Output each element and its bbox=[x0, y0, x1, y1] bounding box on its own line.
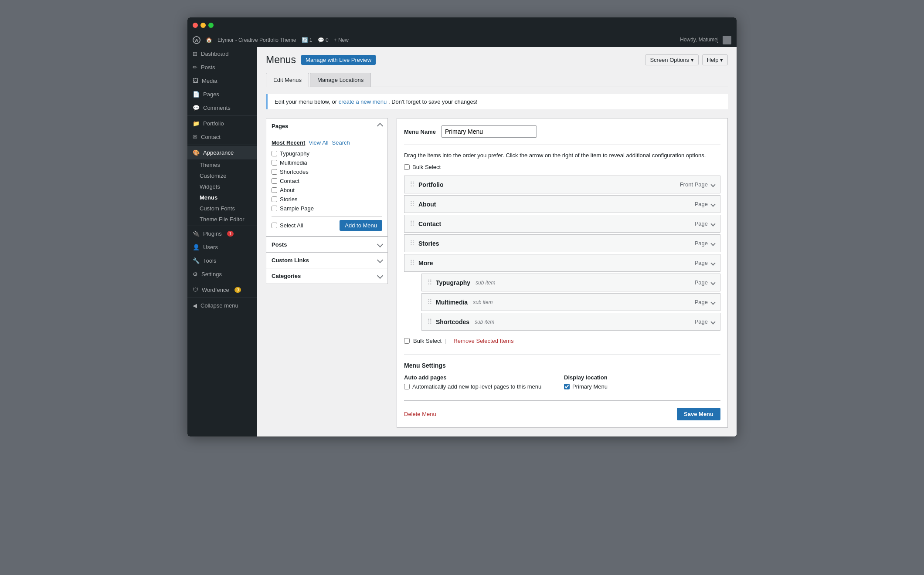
two-col-layout: Pages Most Recent View All Search bbox=[266, 118, 728, 428]
page-label-about: About bbox=[280, 187, 295, 193]
page-item-about[interactable]: About bbox=[272, 187, 382, 193]
sidebar-subitem-custom-fonts[interactable]: Custom Fonts bbox=[187, 203, 257, 214]
sidebar-item-pages[interactable]: 📄 Pages bbox=[187, 88, 257, 101]
site-name[interactable]: Elymor - Creative Portfolio Theme bbox=[217, 37, 296, 43]
pages-accordion-header[interactable]: Pages bbox=[266, 118, 387, 134]
menu-item-typography-sub-label: sub item bbox=[476, 280, 495, 286]
auto-add-checkbox[interactable] bbox=[404, 384, 410, 389]
drag-handle-typography[interactable]: ⠿ bbox=[427, 278, 432, 287]
page-item-shortcodes[interactable]: Shortcodes bbox=[272, 169, 382, 175]
maximize-dot[interactable] bbox=[208, 23, 214, 28]
menu-item-typography-name: Typugraphy bbox=[436, 279, 470, 286]
menu-item-multimedia-arrow[interactable] bbox=[711, 299, 715, 305]
live-preview-button[interactable]: Manage with Live Preview bbox=[301, 55, 376, 65]
drag-handle-multimedia[interactable]: ⠿ bbox=[427, 298, 432, 306]
auto-add-option[interactable]: Automatically add new top-level pages to… bbox=[404, 383, 561, 390]
sidebar-label-tools: Tools bbox=[203, 257, 216, 264]
contact-icon: ✉ bbox=[193, 134, 197, 140]
sidebar-item-tools[interactable]: 🔧 Tools bbox=[187, 254, 257, 267]
drag-handle-shortcodes[interactable]: ⠿ bbox=[427, 318, 432, 326]
page-item-stories[interactable]: Stories bbox=[272, 196, 382, 203]
select-all-checkbox[interactable] bbox=[272, 223, 277, 228]
comments-icon[interactable]: 💬 0 bbox=[318, 37, 329, 43]
page-checkbox-typography[interactable] bbox=[272, 151, 277, 156]
menu-item-contact-arrow[interactable] bbox=[711, 220, 715, 227]
sidebar-item-comments[interactable]: 💬 Comments bbox=[187, 101, 257, 115]
bulk-select-top-checkbox[interactable] bbox=[404, 164, 410, 170]
help-button[interactable]: Help ▾ bbox=[702, 54, 728, 65]
custom-links-accordion-header[interactable]: Custom Links bbox=[266, 253, 387, 268]
bulk-select-bottom-checkbox[interactable] bbox=[404, 338, 410, 344]
menu-item-more-arrow[interactable] bbox=[711, 260, 715, 266]
menu-item-shortcodes-arrow[interactable] bbox=[711, 318, 715, 325]
page-item-contact[interactable]: Contact bbox=[272, 178, 382, 184]
page-item-typography[interactable]: Typugraphy bbox=[272, 150, 382, 157]
page-item-sample[interactable]: Sample Page bbox=[272, 205, 382, 212]
tab-edit-menus[interactable]: Edit Menus bbox=[266, 73, 309, 87]
sidebar-item-settings[interactable]: ⚙ Settings bbox=[187, 267, 257, 281]
sidebar-item-portfolio[interactable]: 📁 Portfolio bbox=[187, 117, 257, 130]
primary-menu-location-option[interactable]: Primary Menu bbox=[564, 383, 720, 390]
save-menu-button[interactable]: Save Menu bbox=[677, 408, 720, 420]
sidebar-item-users[interactable]: 👤 Users bbox=[187, 240, 257, 254]
pages-tab-view-all[interactable]: View All bbox=[309, 139, 328, 146]
tab-manage-locations[interactable]: Manage Locations bbox=[310, 73, 371, 87]
sidebar-subitem-widgets[interactable]: Widgets bbox=[187, 181, 257, 192]
users-icon: 👤 bbox=[193, 244, 200, 250]
wp-logo-icon[interactable]: W bbox=[193, 36, 200, 44]
close-dot[interactable] bbox=[193, 23, 198, 28]
sidebar-item-media[interactable]: 🖼 Media bbox=[187, 74, 257, 88]
collapse-icon: ◀ bbox=[193, 302, 197, 309]
plugins-badge: 1 bbox=[227, 231, 234, 237]
page-checkbox-contact[interactable] bbox=[272, 178, 277, 184]
drag-handle-contact[interactable]: ⠿ bbox=[410, 220, 415, 228]
sidebar-item-wordfence[interactable]: 🛡 Wordfence 0 bbox=[187, 283, 257, 297]
sidebar-item-contact[interactable]: ✉ Contact bbox=[187, 130, 257, 144]
drag-handle-stories[interactable]: ⠿ bbox=[410, 239, 415, 247]
sidebar-subitem-customize[interactable]: Customize bbox=[187, 170, 257, 181]
sidebar-item-plugins[interactable]: 🔌 Plugins 1 bbox=[187, 227, 257, 240]
menu-item-about-type: Page bbox=[695, 201, 708, 207]
menu-item-stories-arrow[interactable] bbox=[711, 240, 715, 247]
collapse-menu-btn[interactable]: ◀ Collapse menu bbox=[187, 299, 257, 312]
add-to-menu-button[interactable]: Add to Menu bbox=[340, 220, 382, 231]
top-bar: Menus Manage with Live Preview Screen Op… bbox=[257, 47, 737, 66]
categories-accordion-header[interactable]: Categories bbox=[266, 268, 387, 284]
menu-item-portfolio-type: Front Page bbox=[680, 181, 708, 188]
primary-menu-location-checkbox[interactable] bbox=[564, 384, 570, 389]
page-checkbox-stories[interactable] bbox=[272, 196, 277, 202]
menu-item-multimedia: ⠿ Multimedia sub item Page bbox=[421, 293, 720, 311]
select-all-label[interactable]: Select All bbox=[272, 222, 303, 229]
sidebar-item-appearance[interactable]: 🎨 Appearance bbox=[187, 146, 257, 159]
posts-accordion-header[interactable]: Posts bbox=[266, 237, 387, 252]
page-checkbox-about[interactable] bbox=[272, 187, 277, 193]
page-item-multimedia[interactable]: Multimedia bbox=[272, 159, 382, 166]
pages-tab-search[interactable]: Search bbox=[332, 139, 350, 146]
remove-selected-items-link[interactable]: Remove Selected Items bbox=[453, 338, 513, 344]
screen-options-button[interactable]: Screen Options ▾ bbox=[645, 54, 698, 65]
sidebar-subitem-theme-file-editor[interactable]: Theme File Editor bbox=[187, 214, 257, 225]
new-content-btn[interactable]: + New bbox=[334, 37, 349, 43]
sidebar-subitem-menus[interactable]: Menus bbox=[187, 192, 257, 203]
create-new-menu-link[interactable]: create a new menu bbox=[339, 98, 387, 105]
updates-icon[interactable]: 🔄 1 bbox=[302, 37, 313, 43]
menu-item-portfolio-arrow[interactable] bbox=[711, 181, 715, 188]
sidebar-item-dashboard[interactable]: ⊞ Dashboard bbox=[187, 47, 257, 61]
drag-handle-portfolio[interactable]: ⠿ bbox=[410, 180, 415, 189]
home-icon[interactable]: 🏠 bbox=[206, 37, 212, 43]
drag-handle-about[interactable]: ⠿ bbox=[410, 200, 415, 208]
drag-handle-more[interactable]: ⠿ bbox=[410, 259, 415, 267]
menu-item-typography-arrow[interactable] bbox=[711, 279, 715, 286]
delete-menu-link[interactable]: Delete Menu bbox=[404, 411, 436, 417]
pages-tab-most-recent[interactable]: Most Recent bbox=[272, 139, 305, 146]
menu-name-input[interactable] bbox=[441, 125, 537, 138]
sidebar-subitem-themes[interactable]: Themes bbox=[187, 159, 257, 170]
menu-item-shortcodes-type: Page bbox=[695, 318, 708, 325]
page-checkbox-shortcodes[interactable] bbox=[272, 169, 277, 175]
menu-item-about-arrow[interactable] bbox=[711, 201, 715, 207]
page-checkbox-multimedia[interactable] bbox=[272, 160, 277, 166]
bulk-select-top: Bulk Select bbox=[404, 164, 720, 170]
page-checkbox-sample[interactable] bbox=[272, 206, 277, 211]
minimize-dot[interactable] bbox=[200, 23, 206, 28]
sidebar-item-posts[interactable]: ✏ Posts bbox=[187, 61, 257, 74]
